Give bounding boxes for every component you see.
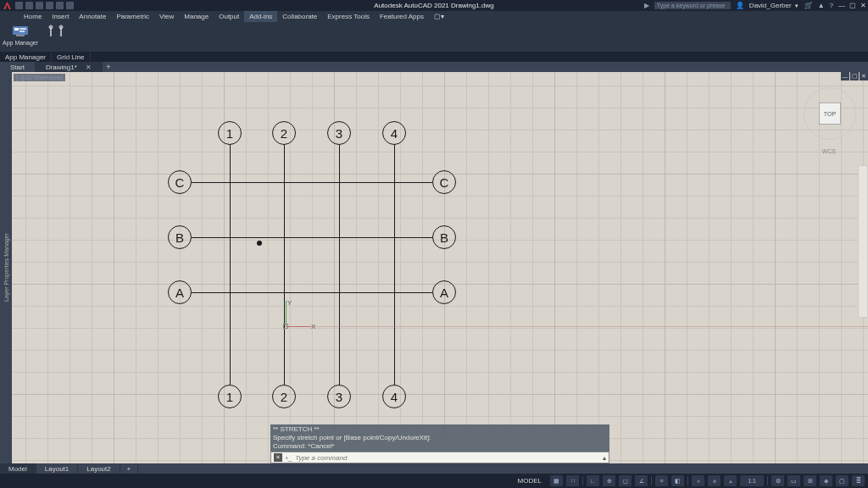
grid-bubble-col-1-top[interactable]: 1 <box>218 121 242 145</box>
qat-open-icon[interactable] <box>25 2 33 9</box>
command-history: ** STRETCH **Specify stretch point or [B… <box>270 424 609 452</box>
grid-line-col-3[interactable] <box>339 145 340 385</box>
status-cleanscreen-icon[interactable]: ▢ <box>836 475 849 486</box>
qat-saveas-icon[interactable] <box>46 2 53 9</box>
menu-annotate[interactable]: Annotate <box>74 11 111 22</box>
ribbon-state-icon[interactable]: ▢▾ <box>429 11 449 22</box>
qat-undo-icon[interactable] <box>66 2 74 9</box>
status-polar-icon[interactable]: ⊕ <box>603 475 615 486</box>
minimize-button[interactable]: — <box>838 2 845 9</box>
grid-line-row-C[interactable] <box>192 182 432 183</box>
new-tab-button[interactable]: + <box>103 62 114 72</box>
vp-close-icon[interactable]: ✕ <box>860 72 868 80</box>
menu-collaborate[interactable]: Collaborate <box>277 11 322 22</box>
grid-bubble-row-A-left[interactable]: A <box>168 280 192 304</box>
grid-line-col-4[interactable] <box>394 145 395 385</box>
grid-line-row-B[interactable] <box>192 237 432 238</box>
status-osnap-icon[interactable]: ◻ <box>619 475 632 486</box>
close-icon[interactable]: ✕ <box>86 64 92 71</box>
panel-label[interactable]: Grid Line <box>52 52 90 63</box>
navigation-bar[interactable] <box>858 165 868 318</box>
cart-icon[interactable]: 🛒 <box>804 2 813 9</box>
status-snap-icon[interactable]: ∷ <box>566 475 579 486</box>
viewport-window-buttons: — ▢ ✕ <box>841 72 868 80</box>
grid-bubble-row-C-right[interactable]: C <box>432 170 456 194</box>
drawing-canvas[interactable]: [–][2D Wireframe] 11223344CCBBAAXY — ▢ ✕… <box>12 72 868 463</box>
layout-tab-layout1[interactable]: Layout1 <box>36 463 78 474</box>
status-ortho-icon[interactable]: ∟ <box>587 475 599 486</box>
status-model-label[interactable]: MODEL <box>518 477 542 485</box>
qat-new-icon[interactable] <box>15 2 23 9</box>
signin-icon[interactable]: 👤 <box>736 2 744 9</box>
file-tab-start[interactable]: Start <box>0 62 36 72</box>
grid-bubble-col-2-bottom[interactable]: 2 <box>272 385 296 408</box>
status-transparency-icon[interactable]: ◧ <box>671 475 684 486</box>
grid-bubble-col-4-bottom[interactable]: 4 <box>382 385 406 408</box>
search-input[interactable]: Type a keyword or phrase <box>654 2 731 9</box>
user-menu[interactable]: David_Gerber▼ <box>749 2 799 9</box>
app-store-icon[interactable]: ▲ <box>818 2 825 9</box>
menu-insert[interactable]: Insert <box>47 11 74 22</box>
app-manager-icon[interactable] <box>11 24 30 39</box>
status-otrack-icon[interactable]: ∠ <box>635 475 648 486</box>
status-qprops-icon[interactable]: ◈ <box>820 475 832 486</box>
command-recent-icon[interactable]: ▴ <box>603 454 606 462</box>
menu-parametric[interactable]: Parametric <box>111 11 154 22</box>
vp-maximize-icon[interactable]: ▢ <box>850 72 859 80</box>
menu-express-tools[interactable]: Express Tools <box>322 11 375 22</box>
panel-label[interactable]: App Manager <box>0 52 52 63</box>
command-line[interactable]: ** STRETCH **Specify stretch point or [B… <box>270 424 609 463</box>
command-chevron-icon[interactable]: ›_ <box>286 454 292 462</box>
status-units-icon[interactable]: ⊞ <box>804 475 816 486</box>
status-annoauto-icon[interactable]: ⟁ <box>724 475 737 486</box>
grid-bubble-row-C-left[interactable]: C <box>168 170 192 194</box>
grid-bubble-col-3-bottom[interactable]: 3 <box>327 385 351 408</box>
status-lineweight-icon[interactable]: ≡ <box>655 475 668 486</box>
status-annoscale-icon[interactable]: ⟐ <box>692 475 704 486</box>
menu-add-ins[interactable]: Add-ins <box>244 11 277 22</box>
grid-line-col-1[interactable] <box>230 145 231 385</box>
viewcube-face[interactable]: TOP <box>819 103 841 125</box>
status-workspace-icon[interactable]: ⚙ <box>771 475 784 486</box>
grid-bubble-col-3-top[interactable]: 3 <box>327 121 351 145</box>
status-monitor-icon[interactable]: ▭ <box>787 475 800 486</box>
layout-tab-model[interactable]: Model <box>0 463 36 474</box>
grid-bubble-col-2-top[interactable]: 2 <box>272 121 296 145</box>
close-button[interactable]: ✕ <box>860 2 866 9</box>
app-logo[interactable] <box>2 1 12 11</box>
vp-minimize-icon[interactable]: — <box>841 72 849 80</box>
grid-line-row-A[interactable] <box>192 292 432 293</box>
ribbon-group-grid-line[interactable] <box>47 24 65 52</box>
maximize-button[interactable]: ▢ <box>849 2 856 9</box>
drawing-content: 11223344CCBBAAXY <box>12 72 868 463</box>
grid-line-icon[interactable] <box>47 24 65 39</box>
grid-bubble-col-4-top[interactable]: 4 <box>382 121 406 145</box>
view-cube[interactable]: TOP <box>804 87 856 140</box>
help-icon[interactable]: ? <box>830 2 833 9</box>
grid-bubble-col-1-bottom[interactable]: 1 <box>218 385 242 408</box>
menu-home[interactable]: Home <box>19 11 47 22</box>
file-tab-drawing1[interactable]: Drawing1*✕ <box>36 62 103 72</box>
menu-featured-apps[interactable]: Featured Apps <box>375 11 429 22</box>
layout-tab-layout2[interactable]: Layout2 <box>78 463 120 474</box>
layer-properties-manager-tab[interactable]: Layer Properties Manager <box>0 72 12 463</box>
menu-output[interactable]: Output <box>214 11 244 22</box>
status-customize-icon[interactable]: ≣ <box>852 475 865 486</box>
grid-bubble-row-B-left[interactable]: B <box>168 225 192 249</box>
grid-bubble-row-B-right[interactable]: B <box>432 225 456 249</box>
status-grid-icon[interactable]: ▦ <box>550 475 563 486</box>
qat-plot-icon[interactable] <box>56 2 64 9</box>
ribbon-group-app-manager[interactable]: App Manager <box>3 24 38 52</box>
status-scale-label[interactable]: 1:1 <box>740 475 764 486</box>
workspace: Layer Properties Manager [–][2D Wirefram… <box>0 72 868 463</box>
grid-bubble-row-A-right[interactable]: A <box>432 280 456 304</box>
quick-access-toolbar[interactable] <box>15 2 74 9</box>
menu-manage[interactable]: Manage <box>179 11 214 22</box>
menu-view[interactable]: View <box>154 11 179 22</box>
grid-line-col-2[interactable] <box>284 145 285 385</box>
qat-save-icon[interactable] <box>36 2 43 9</box>
status-annovis-icon[interactable]: ⍟ <box>708 475 721 486</box>
command-input[interactable]: ✕ ›_ Type a command ▴ <box>270 452 609 463</box>
command-close-icon[interactable]: ✕ <box>274 453 282 462</box>
new-layout-button[interactable]: + <box>120 463 138 474</box>
